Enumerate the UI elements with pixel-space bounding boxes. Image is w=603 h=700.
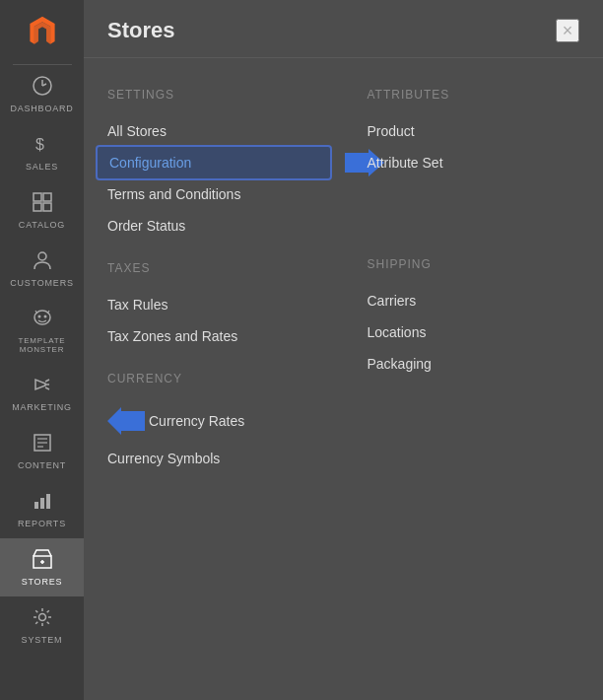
settings-header: Settings [107,88,320,102]
sales-icon: $ [32,133,53,158]
svg-marker-26 [107,407,145,435]
carriers-link[interactable]: Carriers [368,285,580,316]
sidebar-item-label: STORES [22,577,63,587]
template-monster-icon [32,308,53,332]
sidebar-item-label: REPORTS [18,519,66,528]
sidebar-item-label: TEMPLATE MONSTER [5,336,79,354]
sidebar-item-system[interactable]: SYSTEM [0,596,84,655]
all-stores-link[interactable]: All Stores [107,115,320,147]
shipping-section: Shipping Carriers Locations Packaging [368,257,580,380]
tax-zones-rates-link[interactable]: Tax Zones and Rates [107,320,320,352]
currency-symbols-link[interactable]: Currency Symbols [107,443,320,474]
currency-section: Currency Currency Rates Currency Symbols [107,372,320,474]
sidebar-item-label: CONTENT [18,460,66,470]
sidebar-item-marketing[interactable]: MARKETING [0,364,84,422]
svg-point-8 [37,315,40,318]
svg-rect-20 [46,494,50,509]
terms-conditions-link[interactable]: Terms and Conditions [107,178,320,210]
arrow-left-icon [107,407,145,435]
catalog-icon [32,191,53,216]
system-icon [32,606,53,631]
sidebar-item-sales[interactable]: $ SALES [0,123,84,181]
attributes-header: Attributes [368,88,580,102]
svg-marker-10 [35,380,45,389]
sidebar-item-catalog[interactable]: CATALOG [0,181,84,240]
svg-line-11 [45,380,49,382]
stores-panel: Stores × Settings All Stores Configurati… [84,0,603,700]
panel-content: Settings All Stores Configuration Terms … [84,58,603,494]
sidebar-item-dashboard[interactable]: DASHBOARD [0,65,84,123]
sidebar-item-template-monster[interactable]: TEMPLATE MONSTER [0,298,84,364]
sidebar-item-label: CATALOG [19,220,65,230]
sidebar-item-label: CUSTOMERS [10,278,74,288]
marketing-icon [32,374,53,398]
attributes-section: Attributes Product Attribute Set [368,88,580,178]
sidebar: DASHBOARD $ SALES CATALOG CUSTOMERS TEMP… [0,0,84,700]
panel-title: Stores [107,18,174,43]
svg-point-6 [38,252,46,260]
svg-rect-2 [34,193,41,201]
packaging-link[interactable]: Packaging [368,348,580,380]
tax-rules-link[interactable]: Tax Rules [107,289,320,320]
configuration-link[interactable]: Configuration [96,145,332,180]
left-column: Settings All Stores Configuration Terms … [84,68,344,484]
svg-line-12 [45,387,49,389]
sidebar-item-content[interactable]: CONTENT [0,422,84,480]
sidebar-item-label: SYSTEM [22,635,63,645]
sidebar-item-stores[interactable]: STORES [0,538,84,596]
content-icon [32,432,53,456]
svg-rect-4 [34,203,41,211]
right-column: Attributes Product Attribute Set Shippin… [344,68,604,484]
svg-text:$: $ [35,136,44,153]
sidebar-item-label: SALES [26,162,58,172]
product-link[interactable]: Product [368,115,580,147]
close-button[interactable]: × [556,19,579,42]
svg-rect-5 [43,203,51,211]
magento-logo-icon [25,15,60,50]
svg-rect-3 [43,193,51,201]
panel-header: Stores × [84,0,603,58]
svg-rect-18 [34,502,38,509]
taxes-header: Taxes [107,261,320,275]
sidebar-logo [0,0,84,64]
sidebar-item-customers[interactable]: CUSTOMERS [0,240,84,298]
sidebar-item-label: DASHBOARD [10,104,73,113]
shipping-header: Shipping [368,257,580,271]
svg-rect-19 [40,498,44,509]
attribute-set-link[interactable]: Attribute Set [368,147,580,178]
stores-icon [32,548,53,573]
locations-link[interactable]: Locations [368,316,580,348]
svg-point-24 [38,614,45,621]
order-status-link[interactable]: Order Status [107,210,320,242]
taxes-section: Taxes Tax Rules Tax Zones and Rates [107,261,320,352]
settings-section: Settings All Stores Configuration Terms … [107,88,320,242]
dashboard-icon [32,75,53,100]
sidebar-item-label: MARKETING [12,402,72,412]
currency-rates-link[interactable]: Currency Rates [107,399,320,443]
sidebar-item-reports[interactable]: REPORTS [0,480,84,538]
svg-point-9 [43,315,46,318]
currency-header: Currency [107,372,320,385]
customers-icon [32,249,53,274]
reports-icon [32,490,53,515]
